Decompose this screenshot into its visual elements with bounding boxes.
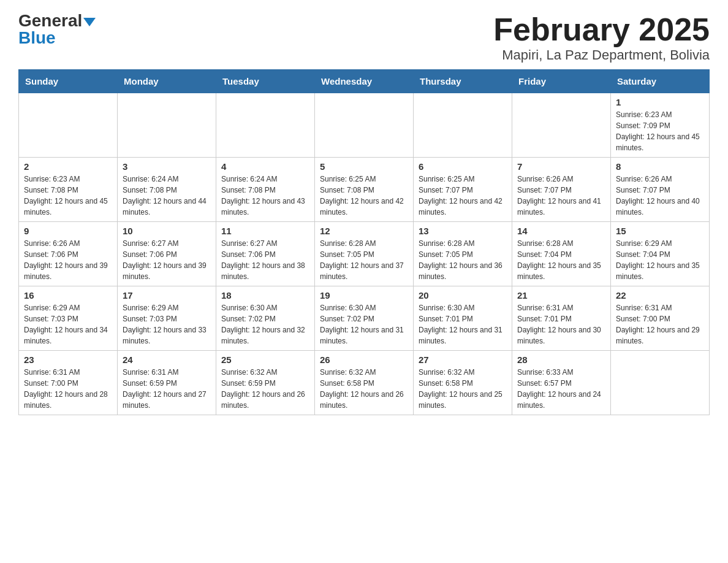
weekday-header-thursday: Thursday (414, 70, 512, 93)
day-info: Sunrise: 6:32 AM Sunset: 6:58 PM Dayligh… (320, 367, 408, 411)
weekday-header-friday: Friday (512, 70, 611, 93)
calendar-cell: 26Sunrise: 6:32 AM Sunset: 6:58 PM Dayli… (315, 351, 414, 415)
day-info: Sunrise: 6:27 AM Sunset: 7:06 PM Dayligh… (123, 238, 211, 282)
calendar-cell: 15Sunrise: 6:29 AM Sunset: 7:04 PM Dayli… (611, 222, 710, 286)
calendar-cell (512, 93, 611, 158)
day-info: Sunrise: 6:26 AM Sunset: 7:07 PM Dayligh… (616, 174, 704, 218)
day-number: 10 (123, 226, 211, 236)
day-info: Sunrise: 6:30 AM Sunset: 7:02 PM Dayligh… (221, 302, 309, 347)
day-number: 3 (123, 161, 211, 172)
day-info: Sunrise: 6:23 AM Sunset: 7:09 PM Dayligh… (616, 109, 704, 153)
day-info: Sunrise: 6:26 AM Sunset: 7:06 PM Dayligh… (24, 238, 112, 282)
day-number: 9 (24, 226, 112, 236)
day-number: 25 (221, 354, 309, 365)
day-number: 6 (419, 161, 507, 172)
day-number: 7 (517, 161, 605, 172)
calendar-cell (414, 93, 512, 158)
day-info: Sunrise: 6:27 AM Sunset: 7:06 PM Dayligh… (221, 238, 309, 282)
day-number: 1 (616, 97, 704, 107)
calendar-cell: 14Sunrise: 6:28 AM Sunset: 7:04 PM Dayli… (512, 222, 611, 286)
calendar-cell (19, 93, 118, 158)
logo-blue-row: Blue (18, 29, 56, 47)
calendar-cell (216, 93, 315, 158)
logo: General Blue (18, 12, 96, 47)
calendar-cell: 20Sunrise: 6:30 AM Sunset: 7:01 PM Dayli… (414, 286, 512, 351)
day-info: Sunrise: 6:33 AM Sunset: 6:57 PM Dayligh… (517, 367, 605, 411)
day-info: Sunrise: 6:32 AM Sunset: 6:59 PM Dayligh… (221, 367, 309, 411)
day-info: Sunrise: 6:30 AM Sunset: 7:01 PM Dayligh… (419, 302, 507, 347)
day-info: Sunrise: 6:29 AM Sunset: 7:03 PM Dayligh… (24, 302, 112, 347)
day-info: Sunrise: 6:24 AM Sunset: 7:08 PM Dayligh… (123, 174, 211, 218)
day-info: Sunrise: 6:32 AM Sunset: 6:58 PM Dayligh… (419, 367, 507, 411)
calendar-cell: 4Sunrise: 6:24 AM Sunset: 7:08 PM Daylig… (216, 158, 315, 222)
title-block: February 2025 Mapiri, La Paz Department,… (493, 12, 710, 63)
calendar-cell: 13Sunrise: 6:28 AM Sunset: 7:05 PM Dayli… (414, 222, 512, 286)
day-number: 19 (320, 290, 408, 301)
day-number: 23 (24, 354, 112, 365)
calendar-week-row: 16Sunrise: 6:29 AM Sunset: 7:03 PM Dayli… (19, 286, 710, 351)
calendar-cell (611, 351, 710, 415)
calendar-cell: 11Sunrise: 6:27 AM Sunset: 7:06 PM Dayli… (216, 222, 315, 286)
day-info: Sunrise: 6:28 AM Sunset: 7:04 PM Dayligh… (517, 238, 605, 282)
calendar-cell: 28Sunrise: 6:33 AM Sunset: 6:57 PM Dayli… (512, 351, 611, 415)
day-number: 22 (616, 290, 704, 301)
day-info: Sunrise: 6:28 AM Sunset: 7:05 PM Dayligh… (419, 238, 507, 282)
weekday-header-sunday: Sunday (19, 70, 118, 93)
calendar-week-row: 1Sunrise: 6:23 AM Sunset: 7:09 PM Daylig… (19, 93, 710, 158)
calendar-cell: 5Sunrise: 6:25 AM Sunset: 7:08 PM Daylig… (315, 158, 414, 222)
calendar-cell: 24Sunrise: 6:31 AM Sunset: 6:59 PM Dayli… (118, 351, 216, 415)
day-number: 13 (419, 226, 507, 236)
logo-general-row: General (18, 12, 96, 29)
day-number: 20 (419, 290, 507, 301)
day-number: 18 (221, 290, 309, 301)
calendar-cell: 3Sunrise: 6:24 AM Sunset: 7:08 PM Daylig… (118, 158, 216, 222)
day-number: 26 (320, 354, 408, 365)
calendar-table: SundayMondayTuesdayWednesdayThursdayFrid… (18, 69, 710, 415)
day-number: 11 (221, 226, 309, 236)
day-number: 27 (419, 354, 507, 365)
day-info: Sunrise: 6:29 AM Sunset: 7:04 PM Dayligh… (616, 238, 704, 282)
weekday-header-monday: Monday (118, 70, 216, 93)
day-number: 16 (24, 290, 112, 301)
day-number: 21 (517, 290, 605, 301)
day-number: 17 (123, 290, 211, 301)
day-number: 28 (517, 354, 605, 365)
day-number: 8 (616, 161, 704, 172)
day-number: 5 (320, 161, 408, 172)
day-number: 2 (24, 161, 112, 172)
day-info: Sunrise: 6:25 AM Sunset: 7:08 PM Dayligh… (320, 174, 408, 218)
day-info: Sunrise: 6:28 AM Sunset: 7:05 PM Dayligh… (320, 238, 408, 282)
day-info: Sunrise: 6:23 AM Sunset: 7:08 PM Dayligh… (24, 174, 112, 218)
weekday-header-saturday: Saturday (611, 70, 710, 93)
day-info: Sunrise: 6:25 AM Sunset: 7:07 PM Dayligh… (419, 174, 507, 218)
calendar-cell: 12Sunrise: 6:28 AM Sunset: 7:05 PM Dayli… (315, 222, 414, 286)
calendar-week-row: 9Sunrise: 6:26 AM Sunset: 7:06 PM Daylig… (19, 222, 710, 286)
calendar-cell: 22Sunrise: 6:31 AM Sunset: 7:00 PM Dayli… (611, 286, 710, 351)
calendar-header-row: SundayMondayTuesdayWednesdayThursdayFrid… (19, 70, 710, 93)
day-number: 4 (221, 161, 309, 172)
weekday-header-wednesday: Wednesday (315, 70, 414, 93)
day-info: Sunrise: 6:31 AM Sunset: 7:01 PM Dayligh… (517, 302, 605, 347)
calendar-cell: 2Sunrise: 6:23 AM Sunset: 7:08 PM Daylig… (19, 158, 118, 222)
page-header: General Blue February 2025 Mapiri, La Pa… (18, 12, 710, 63)
day-info: Sunrise: 6:29 AM Sunset: 7:03 PM Dayligh… (123, 302, 211, 347)
calendar-cell: 7Sunrise: 6:26 AM Sunset: 7:07 PM Daylig… (512, 158, 611, 222)
day-info: Sunrise: 6:31 AM Sunset: 7:00 PM Dayligh… (616, 302, 704, 347)
calendar-cell: 23Sunrise: 6:31 AM Sunset: 7:00 PM Dayli… (19, 351, 118, 415)
calendar-cell: 16Sunrise: 6:29 AM Sunset: 7:03 PM Dayli… (19, 286, 118, 351)
calendar-cell: 27Sunrise: 6:32 AM Sunset: 6:58 PM Dayli… (414, 351, 512, 415)
day-number: 15 (616, 226, 704, 236)
day-info: Sunrise: 6:24 AM Sunset: 7:08 PM Dayligh… (221, 174, 309, 218)
logo-triangle-icon (83, 18, 96, 26)
calendar-cell: 1Sunrise: 6:23 AM Sunset: 7:09 PM Daylig… (611, 93, 710, 158)
logo-general-text: General (18, 11, 82, 30)
day-info: Sunrise: 6:30 AM Sunset: 7:02 PM Dayligh… (320, 302, 408, 347)
day-info: Sunrise: 6:31 AM Sunset: 7:00 PM Dayligh… (24, 367, 112, 411)
weekday-header-tuesday: Tuesday (216, 70, 315, 93)
calendar-cell: 21Sunrise: 6:31 AM Sunset: 7:01 PM Dayli… (512, 286, 611, 351)
calendar-subtitle: Mapiri, La Paz Department, Bolivia (493, 47, 710, 63)
calendar-cell (315, 93, 414, 158)
calendar-week-row: 23Sunrise: 6:31 AM Sunset: 7:00 PM Dayli… (19, 351, 710, 415)
day-info: Sunrise: 6:31 AM Sunset: 6:59 PM Dayligh… (123, 367, 211, 411)
day-number: 24 (123, 354, 211, 365)
